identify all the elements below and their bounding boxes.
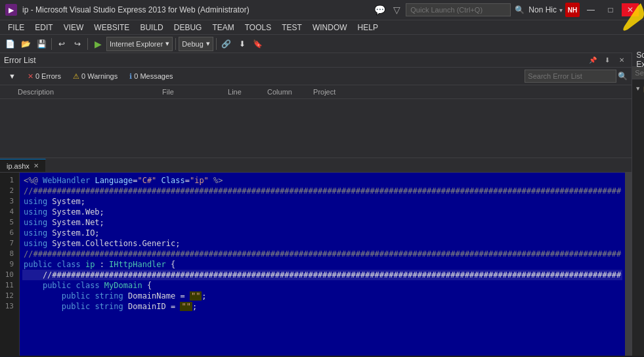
tree-item-ip[interactable]: 🌐 ip [632,95,644,108]
menu-website[interactable]: WEBSITE [89,20,135,34]
chat-icon[interactable]: 💬 [372,5,388,15]
filter-icon[interactable]: ▽ [391,5,403,15]
error-list-close-button[interactable]: ✕ [616,54,628,66]
menu-window[interactable]: WINDOW [307,20,353,34]
title-bar: ▶ ip - Microsoft Visual Studio Express 2… [0,0,644,20]
error-list-pin-button[interactable]: 📌 [587,54,599,66]
solution-explorer: Solution Explorer ◀ ▶ ⌂ ⚙ ↻ ⬜ 📋 » 📌 ⬇ ✕ … [632,52,644,356]
close-button[interactable]: ✕ [622,3,639,16]
title-text: ip - Microsoft Visual Studio Express 201… [22,5,249,14]
code-line: using System.IO; [22,228,622,238]
col-description: Description [12,87,157,97]
warnings-button[interactable]: ⚠ 0 Warnings [68,70,122,83]
tree-item-solution[interactable]: 📁 Solution 'ip' (1 project) [632,82,644,95]
messages-button[interactable]: ℹ 0 Messages [125,70,177,83]
dropdown-arrow[interactable]: ▾ [559,7,563,14]
code-line: public string DomainID = ""; [22,301,622,312]
error-list-title: Error List [4,56,584,65]
error-list-arrow-button[interactable]: ⬇ [601,54,613,66]
bookmark-button[interactable]: 🔖 [251,37,265,51]
separator-2 [87,38,88,50]
error-list-columns: Description File Line Column Project [0,85,632,99]
code-line: <%@ WebHandler Language="C#" Class="ip" … [22,175,622,186]
debug-dropdown-arrow[interactable]: ▾ [206,39,210,48]
browser-label: Internet Explorer [110,40,163,48]
separator-4 [216,38,217,50]
menu-build[interactable]: BUILD [135,20,168,34]
error-x-icon: ✕ [28,72,33,81]
code-scrollbar[interactable] [625,173,632,356]
errors-count: 0 Errors [35,72,61,80]
maximize-button[interactable]: □ [602,3,619,16]
menu-bar: FILE EDIT VIEW WEBSITE BUILD DEBUG TEAM … [0,20,644,34]
step-button[interactable]: ⬇ [235,37,249,51]
menu-edit[interactable]: EDIT [30,20,58,34]
debug-dropdown[interactable]: Debug ▾ [179,37,213,51]
debug-label: Debug [182,40,203,48]
undo-button[interactable]: ↩ [54,37,69,51]
menu-tools[interactable]: TOOLS [240,20,276,34]
new-file-button[interactable]: 📄 [3,37,17,51]
line-number: 10 [3,270,14,280]
code-line: using System; [22,196,622,207]
menu-view[interactable]: VIEW [58,20,89,34]
line-number: 2 [3,186,14,196]
se-title: Solution Explorer [636,51,644,69]
editor-tab-ipashx[interactable]: ip.ashx ✕ [0,159,46,172]
se-tree: 📁 Solution 'ip' (1 project) 🌐 ip 🌐 ip.as… [632,79,644,356]
line-number: 9 [3,259,14,270]
open-file-button[interactable]: 📂 [18,37,33,51]
search-icon[interactable]: 🔍 [513,5,526,14]
error-search-input[interactable] [525,70,616,83]
menu-debug[interactable]: DEBUG [169,20,207,34]
col-project: Project [308,87,360,97]
code-line: using System.Net; [22,217,622,228]
filter-dropdown[interactable]: ▼ [4,70,20,83]
code-lines[interactable]: <%@ WebHandler Language="C#" Class="ip" … [20,173,625,356]
col-line: Line [223,87,262,97]
menu-help[interactable]: HELP [353,20,383,34]
main-area: Error List 📌 ⬇ ✕ ▼ ✕ 0 Errors ⚠ 0 Warnin… [0,52,644,356]
minimize-button[interactable]: — [582,3,599,16]
tree-item-ipsln[interactable]: 📄 ip.sln [632,121,644,135]
non-hic-badge[interactable]: Non Hic ▾ NH [528,3,580,17]
col-column: Column [262,87,308,97]
tree-item-webconfig[interactable]: ⚙ web.config [632,135,644,148]
tree-item-ipashx[interactable]: 🌐 ip.ashx [632,108,644,121]
browser-dropdown-arrow[interactable]: ▾ [165,39,169,48]
line-number: 5 [3,217,14,228]
separator-1 [51,38,52,50]
menu-team[interactable]: TEAM [207,20,239,34]
code-line: public class ip : IHttpHandler { [22,259,622,270]
error-search: 🔍 [525,70,628,83]
line-number: 4 [3,207,14,217]
vs-logo: ▶ [5,4,17,16]
code-line: using System.Collections.Generic; [22,238,622,249]
run-button[interactable]: ▶ [91,37,105,51]
redo-button[interactable]: ↪ [70,37,85,51]
code-line: //######################################… [22,270,622,280]
save-button[interactable]: 💾 [34,37,49,51]
browser-dropdown[interactable]: Internet Explorer ▾ [106,37,173,51]
quick-launch-input[interactable] [406,3,511,16]
line-number: 1 [3,175,14,186]
code-content[interactable]: 1 2 3 4 5 6 7 8 9 10 11 12 13 <%@ WebHan… [0,173,632,356]
menu-file[interactable]: FILE [3,20,30,34]
errors-button[interactable]: ✕ 0 Errors [23,70,66,83]
line-number: 7 [3,238,14,249]
non-hic-text: Non Hic [528,5,557,14]
line-number: 13 [3,301,14,312]
se-search-input[interactable] [635,69,644,77]
menu-test[interactable]: TEST [276,20,307,34]
attach-button[interactable]: 🔗 [219,37,234,51]
code-line: //######################################… [22,249,622,259]
title-bar-left: ▶ ip - Microsoft Visual Studio Express 2… [5,4,249,16]
info-icon: ℹ [129,72,132,81]
error-list-panel: Error List 📌 ⬇ ✕ ▼ ✕ 0 Errors ⚠ 0 Warnin… [0,52,632,158]
error-search-icon[interactable]: 🔍 [618,72,628,81]
code-line: public string DomainName = ""; [22,291,622,301]
tab-close-button[interactable]: ✕ [33,162,39,169]
se-search[interactable]: 🔍 [632,67,644,79]
expand-solution-arrow[interactable] [635,85,641,92]
line-numbers: 1 2 3 4 5 6 7 8 9 10 11 12 13 [0,173,20,356]
